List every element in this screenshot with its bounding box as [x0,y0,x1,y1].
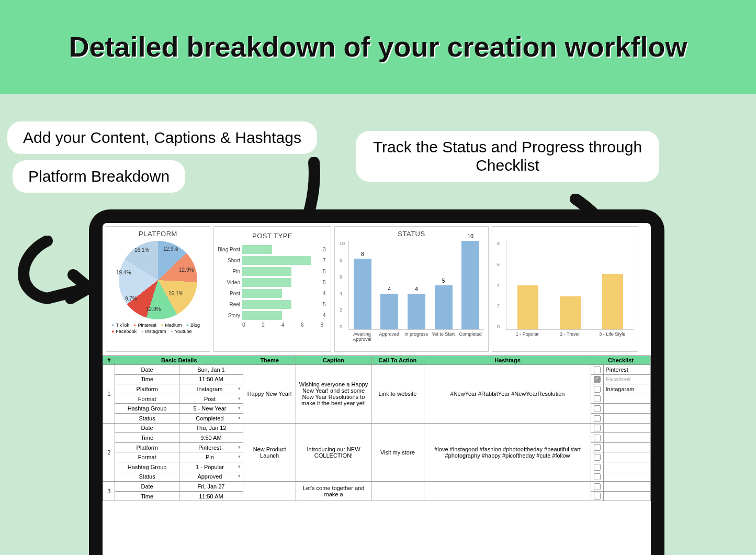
checkbox-cell[interactable] [591,491,603,501]
hbar-value: 4 [321,313,329,318]
checkbox-cell[interactable] [591,394,603,404]
checkbox-icon[interactable] [594,405,601,412]
checkbox-cell[interactable] [591,374,603,384]
checkbox-icon[interactable] [594,386,601,393]
table-row: 3DateFri, Jan 27Let's come together and … [103,482,651,492]
hbar-bar [242,289,282,298]
checklist-label [603,413,651,423]
hbar-label: Story [216,313,242,318]
checkbox-cell[interactable] [591,433,603,443]
checkbox-cell[interactable] [591,423,603,433]
checkbox-cell[interactable] [591,384,603,394]
detail-value[interactable]: Instagram [179,384,243,394]
checkbox-icon[interactable] [594,483,601,490]
hbar-bar [242,256,311,265]
checkbox-cell[interactable] [591,404,603,414]
chart-title: PLATFORM [106,230,210,238]
caption-cell[interactable]: Let's come together and make a [296,482,371,501]
theme-bar [602,274,623,329]
caption-cell[interactable]: Introducing our NEW COLLECTION! [296,423,371,482]
chart-platform: PLATFORM 12.9% 12.9% 16.1% 12.9% 9.7% 19… [106,226,210,352]
checkbox-icon[interactable] [594,454,601,461]
checklist-label [603,491,651,501]
spreadsheet-table: # Basic Details Theme Caption Call To Ac… [103,356,651,501]
checkbox-icon[interactable] [594,376,601,383]
detail-value[interactable]: Completed [179,413,243,423]
detail-value[interactable]: 11:50 AM [179,491,243,501]
checkbox-icon[interactable] [594,395,601,402]
checkbox-icon[interactable] [594,464,601,471]
checkbox-icon[interactable] [594,425,601,431]
col-cta: Call To Action [371,356,424,365]
theme-cell[interactable] [243,482,296,501]
cta-cell[interactable] [371,482,424,501]
col-caption: Caption [296,356,371,365]
chart-status: STATUS 1086420 844510 Awaiting ApprovalA… [334,226,489,352]
checkbox-icon[interactable] [594,435,601,441]
detail-value[interactable]: 1 - Popular [179,462,243,472]
checkbox-icon[interactable] [594,444,601,451]
status-bar: 4 [380,294,398,329]
detail-value[interactable]: Pinterest [179,442,243,452]
detail-label: Format [115,394,179,404]
checklist-label [603,452,651,462]
hbar-value: 5 [321,302,329,307]
table-header-row: # Basic Details Theme Caption Call To Ac… [103,356,651,365]
detail-value[interactable]: Post [179,394,243,404]
col-basic: Basic Details [115,356,243,365]
page-header: Detailed breakdown of your creation work… [0,0,756,94]
checkbox-cell[interactable] [591,452,603,462]
detail-label: Time [115,491,179,501]
hashtags-cell[interactable] [424,482,591,501]
checkbox-icon[interactable] [594,367,601,373]
detail-value[interactable]: Thu, Jan 12 [179,423,243,433]
col-hashtags: Hashtags [424,356,591,365]
hbar-value: 3 [321,247,329,252]
detail-value[interactable]: Sun, Jan 1 [179,365,243,375]
detail-value[interactable]: Fri, Jan 27 [179,482,243,492]
hbar-label: Video [216,280,242,285]
checkbox-cell[interactable] [591,472,603,482]
spreadsheet-screen: PLATFORM 12.9% 12.9% 16.1% 12.9% 9.7% 19… [103,223,651,555]
detail-label: Format [115,452,179,462]
hbar-bar [242,300,291,309]
checkbox-icon[interactable] [594,493,601,500]
checklist-label [603,404,651,414]
hbar-label: Short [216,258,242,263]
detail-value[interactable]: 9:50 AM [179,433,243,443]
checklist-label [603,423,651,433]
status-bar: 5 [435,285,453,330]
hbar-label: Pin [216,269,242,274]
checklist-label [603,433,651,443]
checkbox-icon[interactable] [594,415,601,422]
theme-cell[interactable]: New Product Launch [243,423,296,482]
checklist-label [603,462,651,472]
table-row: 1DateSun, Jan 1Happy New Year!Wishing ev… [103,365,651,375]
chart-title [497,230,634,238]
cta-cell[interactable]: Link to website [371,365,424,424]
detail-value[interactable]: 11:50 AM [179,374,243,384]
cta-cell[interactable]: Visit my store [371,423,424,482]
chart-posttype: POST TYPE Blog Post3Short7Pin5Video5Post… [213,226,331,352]
checklist-label [603,482,651,492]
hashtags-cell[interactable]: #love #instagood #fashion #photooftheday… [424,423,591,482]
hashtags-cell[interactable]: #NewYear #RabbitYear #NewYearResolution [424,365,591,424]
theme-cell[interactable]: Happy New Year! [243,365,296,424]
detail-label: Time [115,433,179,443]
checkbox-icon[interactable] [594,473,601,480]
detail-value[interactable]: Approved [179,472,243,482]
chart-title: POST TYPE [216,232,329,240]
checkbox-cell[interactable] [591,462,603,472]
detail-value[interactable]: 5 - New Year [179,404,243,414]
checkbox-cell[interactable] [591,442,603,452]
checkbox-cell[interactable] [591,365,603,375]
checkbox-cell[interactable] [591,413,603,423]
status-bar: 8 [354,259,371,329]
callout-tracking: Track the Status and Progress through Ch… [356,131,659,182]
detail-label: Status [115,413,179,423]
checkbox-cell[interactable] [591,482,603,492]
detail-value[interactable]: Pin [179,452,243,462]
checklist-label: Facebook [603,374,651,384]
pie-chart: 12.9% 12.9% 16.1% 12.9% 9.7% 19.4% 16.1% [119,241,197,319]
caption-cell[interactable]: Wishing everyone a Happy New Year! and s… [296,365,371,424]
